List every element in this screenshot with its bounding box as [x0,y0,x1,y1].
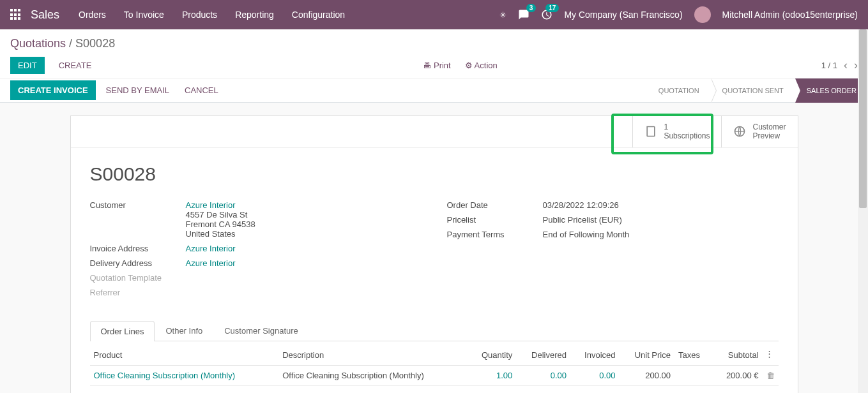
menu-products[interactable]: Products [182,10,217,20]
breadcrumb-current: S00028 [75,37,115,50]
control-panel: Quotations / S00028 EDIT CREATE 🖶 Print … [0,29,868,78]
trash-icon[interactable]: 🗑 [766,371,775,380]
delivery-address-link[interactable]: Azure Interior [186,258,236,268]
payment-terms-value: End of Following Month [543,230,779,239]
col-product: Product [90,345,279,366]
col-taxes: Taxes [674,345,712,366]
line-qty[interactable]: 1.00 [496,371,512,380]
create-button[interactable]: CREATE [51,57,100,74]
tab-order-lines[interactable]: Order Lines [90,321,155,341]
order-date-label: Order Date [447,200,543,210]
customer-preview-button[interactable]: Customer Preview [721,116,797,147]
menu-orders[interactable]: Orders [79,10,106,20]
status-bar: CREATE INVOICE SEND BY EMAIL CANCEL QUOT… [0,78,868,103]
pricelist-label: Pricelist [447,215,543,225]
notebook-tabs: Order Lines Other Info Customer Signatur… [90,320,779,341]
line-subtotal: 200.00 € [712,365,762,385]
line-delivered[interactable]: 0.00 [551,371,567,380]
menu-reporting[interactable]: Reporting [235,10,274,20]
payment-terms-label: Payment Terms [447,230,543,239]
table-row[interactable]: Office Cleaning Subscription (Monthly) O… [90,365,779,385]
quotation-template-label: Quotation Template [90,273,186,283]
line-invoiced[interactable]: 0.00 [599,371,615,380]
messaging-badge: 3 [526,4,537,12]
cancel-button[interactable]: CANCEL [185,85,218,95]
systray: ✳ 3 17 My Company (San Francisco) Mitche… [499,6,858,23]
col-invoiced: Invoiced [570,345,619,366]
form-sheet: 1 Subscriptions Customer Preview S00028 [70,115,798,393]
top-navbar: Sales Orders To Invoice Products Reporti… [0,0,868,29]
pricelist-value: Public Pricelist (EUR) [543,215,779,225]
customer-label: Customer [90,200,186,239]
send-by-email-button[interactable]: SEND BY EMAIL [106,85,169,95]
col-quantity: Quantity [468,345,516,366]
app-brand[interactable]: Sales [31,8,59,22]
referrer-label: Referrer [90,288,186,297]
stage-quotation[interactable]: QUOTATION [647,78,711,103]
pager-text: 1 / 1 [821,61,837,70]
customer-link[interactable]: Azure Interior [186,200,236,210]
activities-icon[interactable]: 17 [541,9,552,20]
line-product[interactable]: Office Cleaning Subscription (Monthly) [94,371,236,380]
vertical-scrollbar[interactable] [858,29,868,393]
company-switcher[interactable]: My Company (San Francisco) [564,10,682,20]
menu-to-invoice[interactable]: To Invoice [124,10,164,20]
main-menu: Orders To Invoice Products Reporting Con… [79,10,499,20]
menu-configuration[interactable]: Configuration [292,10,345,20]
tab-customer-signature[interactable]: Customer Signature [213,320,309,341]
highlight-box [611,114,713,154]
breadcrumb-root[interactable]: Quotations [10,37,66,50]
col-subtotal: Subtotal [712,345,762,366]
activities-badge: 17 [545,4,559,12]
pager-prev[interactable]: ‹ [844,59,848,72]
avatar [694,6,711,23]
invoice-address-label: Invoice Address [90,244,186,253]
stage-sales-order[interactable]: SALES ORDER [795,78,868,103]
scrollbar-thumb[interactable] [859,29,867,208]
stage-quotation-sent[interactable]: QUOTATION SENT [711,78,795,103]
line-unit-price: 200.00 [619,365,674,385]
action-button[interactable]: ⚙ Action [465,61,498,70]
invoice-address-link[interactable]: Azure Interior [186,244,236,253]
user-menu[interactable]: Mitchell Admin (odoo15enterprise) [722,10,858,20]
col-delivered: Delivered [516,345,570,366]
col-description: Description [278,345,468,366]
edit-button[interactable]: EDIT [10,57,45,74]
col-unit-price: Unit Price [619,345,674,366]
line-taxes [674,365,712,385]
messaging-icon[interactable]: 3 [518,9,529,20]
breadcrumb: Quotations / S00028 [10,37,858,50]
create-invoice-button[interactable]: CREATE INVOICE [10,80,96,100]
order-date-value: 03/28/2022 12:09:26 [543,200,779,210]
kebab-icon[interactable]: ⋮ [765,349,773,359]
debug-icon[interactable]: ✳ [499,10,506,20]
apps-icon[interactable] [10,9,22,20]
globe-icon [733,125,746,138]
stage-bar: QUOTATION QUOTATION SENT SALES ORDER [647,78,868,103]
record-name: S00028 [90,163,779,185]
print-button[interactable]: 🖶 Print [423,61,450,70]
tab-other-info[interactable]: Other Info [155,320,213,341]
delivery-address-label: Delivery Address [90,258,186,268]
line-description: Office Cleaning Subscription (Monthly) [278,365,468,385]
order-lines-table: Product Description Quantity Delivered I… [90,345,779,386]
pager: 1 / 1 ‹ › [821,59,858,72]
